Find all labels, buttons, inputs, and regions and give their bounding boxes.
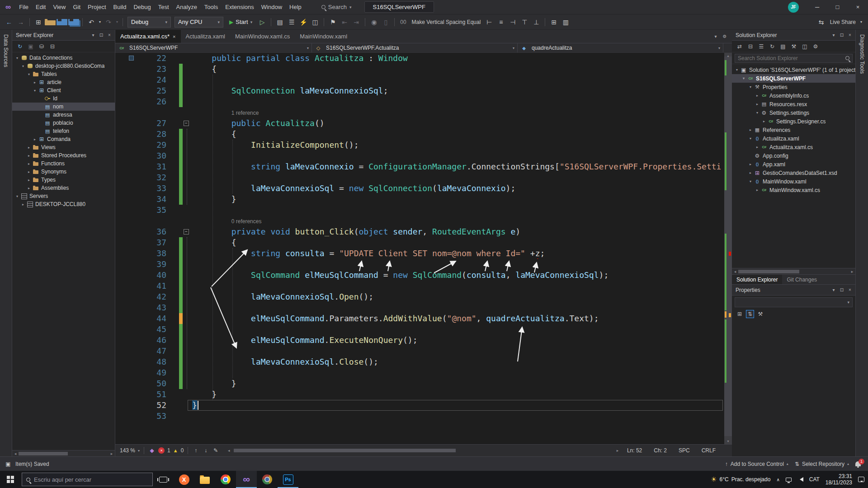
alphabetical-icon[interactable]: ⇅ (746, 310, 754, 318)
tree-item-resources-resx[interactable]: ▸Resources.resx (732, 100, 855, 108)
split-view-icon[interactable]: ◫ (310, 17, 321, 28)
pin-icon[interactable]: ⊡ (838, 286, 845, 294)
server-explorer-hscrollbar[interactable]: ◂ ▸ (12, 450, 115, 456)
navigate-backward-icon[interactable]: ← (4, 17, 14, 28)
show-all-files-icon[interactable]: ▤ (779, 42, 787, 51)
refresh-icon[interactable]: ↻ (768, 42, 776, 51)
menu-file[interactable]: File (15, 0, 32, 14)
tab-actualitza-xaml[interactable]: Actualitza.xaml (181, 30, 230, 43)
chevron-right-icon[interactable]: ▸ (747, 162, 754, 166)
tree-item-id[interactable]: Id (12, 94, 115, 103)
chevron-down-icon[interactable]: ▾ (26, 72, 32, 76)
connect-to-server-icon[interactable]: ⊟ (48, 42, 57, 51)
solution-explorer-hscrollbar[interactable]: ◂ ▸ (732, 268, 855, 274)
chevron-right-icon[interactable]: ▸ (26, 154, 32, 158)
tree-item-synonyms[interactable]: ▸Synonyms (12, 168, 115, 176)
tree-item-mainwindow-xaml-cs[interactable]: ▸MainWindow.xaml.cs (732, 186, 855, 194)
code-line[interactable]: 46 elMeuSqlCommand.ExecuteNonQuery(); (115, 335, 732, 346)
scroll-right-icon[interactable]: ▸ (614, 448, 621, 453)
tree-item-s16sqlserverwpf[interactable]: ▾S16SQLServerWPF (732, 74, 855, 83)
breadcrumb-segment[interactable]: S16SQLServerWPF▾ (115, 43, 312, 52)
code-line[interactable]: 32 (115, 172, 732, 183)
close-icon[interactable]: × (173, 34, 175, 39)
grid-layout-icon[interactable]: ⊞ (548, 17, 559, 28)
menu-window[interactable]: Window (258, 0, 286, 14)
chevron-right-icon[interactable]: ▸ (32, 80, 38, 84)
document-outline-icon[interactable]: ☰ (286, 17, 297, 28)
redo-list-icon[interactable]: ▾ (115, 17, 119, 28)
menu-analyze[interactable]: Analyze (173, 0, 201, 14)
open-file-icon[interactable] (45, 20, 56, 25)
chevron-right-icon[interactable]: ▸ (32, 137, 38, 141)
menu-git[interactable]: Git (69, 0, 84, 14)
diagnostic-tools-tab[interactable]: Diagnostic Tools (855, 30, 868, 456)
chevron-down-icon[interactable]: ▾ (754, 111, 760, 115)
properties-object-dropdown[interactable]: ▾ (735, 297, 853, 307)
chevron-down-icon[interactable]: ▾ (747, 136, 754, 141)
scroll-up-icon[interactable]: ▴ (724, 54, 732, 58)
code-line[interactable]: 31 string laMevaConnexio = Configuration… (115, 161, 732, 172)
code-editor[interactable]: 22 public partial class Actualitza : Win… (115, 53, 732, 444)
tab-list-icon[interactable]: ▾ (712, 33, 719, 40)
menu-project[interactable]: Project (84, 0, 109, 14)
chevron-right-icon[interactable]: ▸ (26, 145, 32, 150)
code-line[interactable]: 42 laMevaConnexioSql.Open(); (115, 291, 732, 302)
select-repository-button[interactable]: ⇅ Select Repository ▴ (795, 461, 849, 467)
previous-issue-icon[interactable]: ↑ (192, 447, 199, 454)
chevron-right-icon[interactable]: ▸ (754, 102, 760, 106)
volume-icon[interactable] (797, 477, 803, 482)
next-bookmark-icon[interactable]: ⇥ (351, 17, 362, 28)
property-pages-icon[interactable]: ⚒ (756, 310, 764, 318)
tree-item-adressa[interactable]: adressa (12, 111, 115, 119)
chevron-right-icon[interactable]: ▸ (754, 145, 760, 149)
language-indicator[interactable]: CAT (809, 476, 820, 483)
window-menu-icon[interactable]: ▾ (90, 32, 97, 39)
start-debugging-button[interactable]: ▶Start▾ (226, 17, 256, 28)
code-line[interactable]: 39 (115, 259, 732, 270)
menu-build[interactable]: Build (110, 0, 130, 14)
tree-item-mainwindow-xaml[interactable]: ▾MainWindow.xaml (732, 177, 855, 186)
code-line[interactable]: 50 } (115, 378, 732, 389)
account-avatar[interactable]: JF (788, 2, 799, 13)
tree-item-solution-s16sqlserverwpf-1-of-1-project-[interactable]: ▾Solution 'S16SQLServerWPF' (1 of 1 proj… (732, 66, 855, 74)
redo-icon[interactable]: ↷ (103, 17, 114, 28)
data-sources-tab[interactable]: Data Sources (0, 30, 12, 456)
navigate-forward-icon[interactable]: → (15, 17, 26, 28)
code-line[interactable]: 30 (115, 150, 732, 161)
align-lefts-icon[interactable]: ⊢ (484, 17, 495, 28)
errors-icon[interactable]: × (158, 447, 165, 454)
clock[interactable]: 23:31 18/11/2023 (826, 473, 852, 486)
menu-test[interactable]: Test (155, 0, 173, 14)
tree-item-client[interactable]: ▾Client (12, 86, 115, 94)
task-view-button[interactable] (153, 471, 174, 488)
bookmark-icon[interactable]: ⚑ (327, 17, 338, 28)
scroll-right-icon[interactable]: ▸ (849, 269, 855, 274)
refresh-icon[interactable]: ↻ (16, 42, 24, 51)
title-search-box[interactable]: Search ▾ (317, 2, 356, 12)
code-line[interactable]: 34 } (115, 194, 732, 205)
preview-selected-items-icon[interactable]: ◫ (801, 42, 809, 51)
collapse-all-icon[interactable]: ⊟ (746, 42, 755, 51)
window-menu-icon[interactable]: ▾ (830, 32, 837, 39)
code-line[interactable]: 37 { (115, 237, 732, 248)
tree-item-gestiocomandesdataset1-xsd[interactable]: ▸GestioComandesDataSet1.xsd (732, 169, 855, 177)
scroll-down-icon[interactable]: ▾ (724, 439, 732, 443)
align-centers-icon[interactable]: ≡ (495, 17, 506, 28)
pin-icon[interactable]: ⊡ (98, 32, 105, 39)
warning-count[interactable]: 0 (181, 447, 184, 454)
tree-item-references[interactable]: ▸References (732, 126, 855, 134)
tree-item-app-config[interactable]: App.config (732, 151, 855, 160)
live-share-icon[interactable]: ⇆ (816, 17, 827, 28)
undo-icon[interactable]: ↶ (86, 17, 97, 28)
window-menu-icon[interactable]: ▾ (830, 286, 837, 294)
align-bottoms-icon[interactable]: ⊥ (531, 17, 542, 28)
menu-extensions[interactable]: Extensions (222, 0, 258, 14)
chevron-down-icon[interactable]: ▾ (734, 68, 740, 72)
codelens-references[interactable]: 0 references (191, 216, 732, 226)
code-line[interactable]: 47 (115, 346, 732, 357)
taskbar-xampp[interactable]: X (174, 471, 194, 488)
tree-item-functions[interactable]: ▸Functions (12, 160, 115, 168)
breakpoint-icon[interactable]: ◉ (368, 17, 379, 28)
code-line[interactable]: 36− private void button_Click(object sen… (115, 226, 732, 237)
line-indicator[interactable]: Ln: 52 (627, 447, 642, 454)
